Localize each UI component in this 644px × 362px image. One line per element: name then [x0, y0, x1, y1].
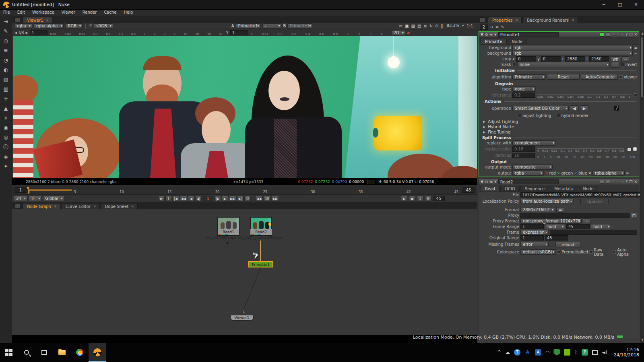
- frame-mode-dropdown[interactable]: expression: [520, 230, 549, 235]
- search-button[interactable]: [18, 343, 35, 362]
- a-buffer-dropdown[interactable]: Primatte1: [236, 23, 261, 29]
- transport-button[interactable]: ◀: [188, 196, 194, 202]
- filter-nodes-icon[interactable]: ◐: [4, 67, 8, 73]
- gamma-slider[interactable]: 00.010.10.20.40.60.81234: [250, 32, 383, 36]
- collapse-icon[interactable]: ▼: [481, 33, 483, 37]
- range-to-field[interactable]: 45: [566, 224, 590, 229]
- colorspace-dropdown[interactable]: default (sRGB): [520, 249, 556, 255]
- close-icon[interactable]: ✕: [516, 18, 518, 23]
- node-color-swatch[interactable]: [600, 180, 604, 184]
- maximize-button[interactable]: □: [612, 0, 628, 10]
- gain-prev-icon[interactable]: ◀: [14, 31, 17, 35]
- layer-dropdown[interactable]: rgba.alpha: [34, 23, 64, 29]
- gamma-value-field[interactable]: 1: [230, 30, 248, 35]
- start-button[interactable]: [0, 343, 18, 362]
- help-icon[interactable]: ?: [626, 180, 628, 184]
- metadata-nodes-icon[interactable]: ⓘ: [3, 144, 8, 150]
- minimize-button[interactable]: −: [596, 0, 612, 10]
- fps-dropdown[interactable]: 24: [14, 196, 27, 201]
- transport-button[interactable]: I: [165, 196, 172, 202]
- scrollbar-thumb[interactable]: [641, 37, 644, 97]
- 2d-3d-dropdown[interactable]: 2D: [391, 30, 405, 35]
- channel-nodes-icon[interactable]: ≡: [4, 47, 8, 53]
- hide-input-icon[interactable]: ⇋: [489, 180, 493, 184]
- menu-item[interactable]: Help: [124, 10, 133, 16]
- redo-icon[interactable]: ↷: [617, 180, 620, 184]
- skip-increment-field[interactable]: 10: [264, 196, 270, 202]
- eyedropper-icon[interactable]: ╱: [614, 105, 619, 111]
- wh-button[interactable]: wh: [611, 56, 621, 62]
- proxy-field[interactable]: [520, 213, 630, 218]
- toolsets-nodes-icon[interactable]: ◈: [4, 154, 8, 160]
- range-end2-field[interactable]: 45: [433, 196, 445, 201]
- gl-color-swatch[interactable]: [606, 33, 610, 37]
- output-mode-dropdown[interactable]: composite: [512, 165, 553, 170]
- adjust-lighting-checkbox[interactable]: [518, 114, 521, 117]
- orig-from-field[interactable]: 1: [520, 235, 544, 241]
- skip-back-button[interactable]: ◀◀: [255, 196, 262, 202]
- alpha-channel-toggle[interactable]: [588, 171, 592, 175]
- color-wheel-button[interactable]: [633, 147, 637, 151]
- task-view-button[interactable]: [35, 343, 53, 362]
- viewer-image[interactable]: [13, 36, 477, 178]
- display-channel-dropdown[interactable]: RGB: [65, 23, 83, 29]
- node-read1[interactable]: Read1: [217, 217, 239, 236]
- transport-button[interactable]: ⇄: [158, 196, 165, 202]
- tolerance-extra-checkbox[interactable]: [634, 93, 637, 97]
- file-path-field[interactable]: 1017/Downloads/MA_VFX_week04/v60_sh07/v6…: [520, 192, 644, 197]
- scroll-down-icon[interactable]: ▼: [640, 338, 644, 342]
- tab-node-graph[interactable]: Node Graph ✕: [23, 203, 60, 209]
- image-nodes-icon[interactable]: ⇥: [4, 19, 8, 25]
- app-p-icon[interactable]: P: [582, 349, 588, 356]
- zoom-level-dropdown[interactable]: 83.3%: [444, 23, 465, 29]
- menu-item[interactable]: Render: [83, 10, 97, 16]
- tab-curve-editor[interactable]: Curve Editor ✕: [61, 203, 100, 209]
- range-from-field[interactable]: 1: [520, 224, 544, 229]
- close-icon[interactable]: ✕: [131, 204, 134, 209]
- animation-menu-icon[interactable]: ≡: [626, 171, 629, 175]
- tab-read[interactable]: Read: [481, 186, 500, 191]
- format-eq-button[interactable]: =: [556, 207, 564, 213]
- auto-alpha-checkbox[interactable]: [613, 250, 616, 254]
- prev-operation-button[interactable]: ◀: [570, 105, 579, 111]
- center-node-icon[interactable]: ⊙: [485, 180, 488, 184]
- transport-button[interactable]: ▶▶: [229, 196, 236, 202]
- transport-button[interactable]: ▶|: [237, 196, 244, 202]
- viewer-lut-dropdown[interactable]: sRGB: [94, 23, 113, 29]
- raw-data-checkbox[interactable]: [589, 250, 592, 254]
- mask-checkbox[interactable]: [512, 63, 516, 66]
- menu-item[interactable]: File: [3, 10, 10, 16]
- close-panel-icon[interactable]: ✕: [634, 180, 637, 184]
- hybrid-render-checkbox[interactable]: [557, 114, 560, 117]
- scroll-up-icon[interactable]: ▲: [640, 32, 644, 36]
- operation-dropdown[interactable]: Smart Select BG Color: [512, 106, 569, 111]
- transport-button[interactable]: |◀: [173, 196, 179, 202]
- teams-icon[interactable]: T: [514, 349, 520, 356]
- transform-nodes-icon[interactable]: ✛: [4, 96, 8, 102]
- security-shield-icon[interactable]: [553, 349, 560, 356]
- tab-node[interactable]: Node: [508, 39, 527, 44]
- reload-button[interactable]: reload: [555, 242, 580, 247]
- collapse-icon[interactable]: ▼: [481, 180, 483, 184]
- viewer-toolbar-icon[interactable]: ‖: [441, 24, 443, 28]
- revert-icon[interactable]: ↻: [621, 180, 624, 184]
- app-a-icon[interactable]: A: [535, 349, 541, 356]
- float-panel-icon[interactable]: ❐: [629, 180, 632, 184]
- output-channels-dropdown[interactable]: rgba: [512, 171, 544, 176]
- premultiplied-checkbox[interactable]: [557, 250, 560, 254]
- clear-panels-icon[interactable]: ⊠: [495, 25, 499, 29]
- pane-menu-icon[interactable]: [14, 17, 20, 22]
- lock-range-icon[interactable]: Θ: [425, 196, 431, 202]
- transport-button[interactable]: ◀|: [195, 196, 202, 202]
- animation-menu-icon[interactable]: ≡: [634, 46, 637, 50]
- gain-value-field[interactable]: 1: [30, 30, 47, 35]
- particles-nodes-icon[interactable]: ✳: [4, 115, 8, 121]
- playback-mode-icon[interactable]: ▶: [401, 196, 407, 202]
- skip-forward-button[interactable]: ▶▶: [272, 196, 279, 202]
- input-process-toggle[interactable]: IP: [89, 24, 92, 28]
- tab-metadata[interactable]: Metadata: [550, 186, 578, 191]
- algorithm-dropdown[interactable]: Primatte: [512, 74, 546, 80]
- volume-icon[interactable]: ◄): [602, 350, 607, 355]
- tolerance-slider[interactable]: 0.010.020.030.040.060.10.20.30.40.61: [537, 95, 631, 99]
- tab-viewer1[interactable]: Viewer1 ✕: [23, 17, 52, 23]
